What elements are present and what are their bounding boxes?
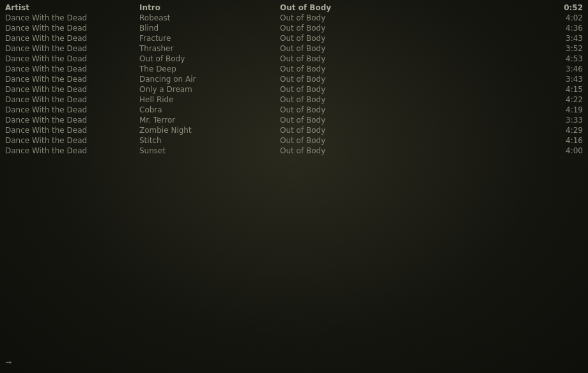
track-duration: 3:52 xyxy=(545,44,583,53)
track-artist: Dance With the Dead xyxy=(5,126,139,135)
track-duration: 3:46 xyxy=(545,65,583,73)
track-duration: 4:19 xyxy=(545,105,583,114)
track-duration: 4:53 xyxy=(545,54,583,63)
track-title: Thrasher xyxy=(139,44,280,53)
table-row[interactable]: Dance With the DeadOut of BodyOut of Bod… xyxy=(0,54,588,64)
table-row[interactable]: Dance With the DeadOnly a DreamOut of Bo… xyxy=(0,84,588,95)
track-album: Out of Body xyxy=(280,54,545,63)
track-duration: 4:29 xyxy=(545,126,583,135)
track-title: Hell Ride xyxy=(139,95,280,104)
track-artist: Dance With the Dead xyxy=(5,116,139,125)
table-row[interactable]: Dance With the DeadBlindOut of Body4:36 xyxy=(0,23,588,33)
track-list: Artist Intro Out of Body 0:52 Dance With… xyxy=(0,0,588,156)
header-title: Intro xyxy=(139,3,280,12)
table-row[interactable]: Dance With the DeadThrasherOut of Body3:… xyxy=(0,43,588,54)
track-album: Out of Body xyxy=(280,105,545,114)
table-row[interactable]: Dance With the DeadDancing on AirOut of … xyxy=(0,74,588,84)
track-album: Out of Body xyxy=(280,85,545,94)
track-duration: 3:33 xyxy=(545,116,583,125)
track-album: Out of Body xyxy=(280,44,545,53)
track-title: Blind xyxy=(139,24,280,33)
track-duration: 4:00 xyxy=(545,146,583,155)
track-title: Dancing on Air xyxy=(139,75,280,84)
table-row[interactable]: Dance With the DeadHell RideOut of Body4… xyxy=(0,95,588,105)
track-list-header: Artist Intro Out of Body 0:52 xyxy=(0,1,588,13)
track-duration: 4:22 xyxy=(545,95,583,104)
table-row[interactable]: Dance With the DeadThe DeepOut of Body3:… xyxy=(0,64,588,74)
track-artist: Dance With the Dead xyxy=(5,136,139,145)
track-album: Out of Body xyxy=(280,24,545,33)
track-title: Cobra xyxy=(139,105,280,114)
header-duration: 0:52 xyxy=(545,3,583,12)
track-artist: Dance With the Dead xyxy=(5,65,139,73)
table-row[interactable]: Dance With the DeadCobraOut of Body4:19 xyxy=(0,105,588,115)
track-duration: 4:16 xyxy=(545,136,583,145)
arrow-indicator: → xyxy=(5,358,12,367)
table-row[interactable]: Dance With the DeadZombie NightOut of Bo… xyxy=(0,125,588,135)
track-duration: 3:43 xyxy=(545,75,583,84)
track-album: Out of Body xyxy=(280,116,545,125)
header-artist: Artist xyxy=(5,3,139,12)
track-duration: 4:02 xyxy=(545,13,583,22)
table-row[interactable]: Dance With the DeadSunsetOut of Body4:00 xyxy=(0,146,588,156)
track-artist: Dance With the Dead xyxy=(5,146,139,155)
track-album: Out of Body xyxy=(280,34,545,43)
track-artist: Dance With the Dead xyxy=(5,44,139,53)
track-album: Out of Body xyxy=(280,136,545,145)
table-row[interactable]: Dance With the DeadRobeastOut of Body4:0… xyxy=(0,13,588,23)
track-title: Only a Dream xyxy=(139,85,280,94)
table-row[interactable]: Dance With the DeadFractureOut of Body3:… xyxy=(0,33,588,43)
track-artist: Dance With the Dead xyxy=(5,105,139,114)
table-row[interactable]: Dance With the DeadStitchOut of Body4:16 xyxy=(0,135,588,146)
track-album: Out of Body xyxy=(280,75,545,84)
track-artist: Dance With the Dead xyxy=(5,95,139,104)
track-artist: Dance With the Dead xyxy=(5,24,139,33)
track-album: Out of Body xyxy=(280,13,545,22)
track-title: Out of Body xyxy=(139,54,280,63)
track-duration: 4:36 xyxy=(545,24,583,33)
track-title: Mr. Terror xyxy=(139,116,280,125)
track-duration: 3:43 xyxy=(545,34,583,43)
track-artist: Dance With the Dead xyxy=(5,85,139,94)
track-album: Out of Body xyxy=(280,146,545,155)
track-duration: 4:15 xyxy=(545,85,583,94)
track-album: Out of Body xyxy=(280,95,545,104)
track-album: Out of Body xyxy=(280,65,545,73)
track-title: Sunset xyxy=(139,146,280,155)
track-artist: Dance With the Dead xyxy=(5,54,139,63)
track-title: Fracture xyxy=(139,34,280,43)
header-album: Out of Body xyxy=(280,3,545,12)
track-album: Out of Body xyxy=(280,126,545,135)
track-artist: Dance With the Dead xyxy=(5,75,139,84)
track-title: The Deep xyxy=(139,65,280,73)
table-row[interactable]: Dance With the DeadMr. TerrorOut of Body… xyxy=(0,115,588,125)
track-title: Stitch xyxy=(139,136,280,145)
track-artist: Dance With the Dead xyxy=(5,13,139,22)
track-title: Zombie Night xyxy=(139,126,280,135)
track-artist: Dance With the Dead xyxy=(5,34,139,43)
track-title: Robeast xyxy=(139,13,280,22)
